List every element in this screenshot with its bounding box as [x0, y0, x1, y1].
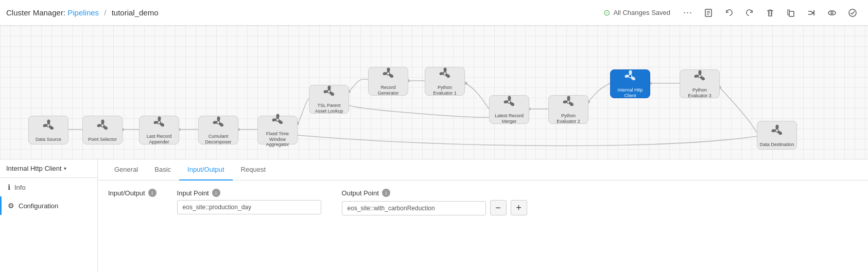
- copy-icon: [786, 8, 795, 17]
- document-icon: [704, 8, 713, 17]
- output-point-label: Output Point i: [342, 189, 527, 197]
- pipeline-node-tsl-parent[interactable]: TSL Parent Asset Lookup: [309, 85, 349, 114]
- pipeline-node-last-record-appender[interactable]: Last Record Appender: [139, 116, 179, 144]
- node-spin-icon: [322, 84, 336, 102]
- node-label: TSL Parent Asset Lookup: [309, 103, 349, 114]
- undo-button[interactable]: [720, 4, 738, 22]
- pipeline-node-python-evaluator-2[interactable]: Python Evaluator 2: [548, 95, 588, 124]
- breadcrumb-separator: /: [104, 8, 106, 17]
- pipeline-node-latest-record-merger[interactable]: Latest Record Merger: [489, 95, 529, 124]
- document-button[interactable]: [699, 4, 718, 22]
- svg-point-7: [828, 11, 836, 15]
- input-output-info-icon[interactable]: i: [148, 189, 157, 197]
- node-spin-icon: [623, 69, 637, 86]
- svg-point-23: [101, 124, 104, 127]
- check-icon: ⊙: [603, 8, 610, 17]
- tab-general[interactable]: General: [106, 159, 146, 180]
- shuffle-button[interactable]: [802, 4, 821, 22]
- node-spin-icon: [438, 66, 452, 84]
- node-spin-icon: [211, 115, 225, 133]
- svg-point-8: [831, 12, 833, 14]
- pipeline-node-fixed-time-window[interactable]: Fixed Time Window Aggregator: [257, 116, 298, 144]
- app-header: Cluster Manager: Pipelines / tutorial_de…: [0, 0, 868, 26]
- svg-point-30: [508, 100, 511, 103]
- shuffle-icon: [807, 8, 816, 17]
- preview-button[interactable]: [823, 4, 841, 22]
- svg-point-27: [327, 90, 331, 93]
- app-name: Cluster Manager:: [6, 8, 65, 17]
- pipeline-node-internal-http-client[interactable]: Internal Http Client: [610, 69, 650, 98]
- redo-icon: [745, 8, 754, 17]
- input-output-field-label: Input/Output i: [108, 189, 157, 197]
- sidebar-item-config-label: Configuration: [19, 202, 58, 210]
- node-label: Data Destination: [758, 142, 796, 148]
- output-point-group: Output Point i − +: [342, 189, 527, 215]
- validate-button[interactable]: [843, 4, 862, 22]
- input-point-field[interactable]: [177, 200, 321, 214]
- svg-point-34: [775, 129, 778, 132]
- tab-basic[interactable]: Basic: [146, 159, 179, 180]
- breadcrumb: Cluster Manager: Pipelines / tutorial_de…: [6, 8, 159, 17]
- node-spin-icon: [502, 95, 516, 112]
- node-selector-header[interactable]: Internal Http Client ▾: [0, 159, 97, 178]
- status-text: All Changes Saved: [613, 9, 670, 16]
- validate-icon: [848, 8, 857, 17]
- node-label: Python Evaluator 3: [680, 87, 719, 99]
- gear-icon: ⚙: [8, 202, 14, 210]
- toolbar: ···: [679, 4, 862, 22]
- sidebar-item-configuration[interactable]: ⚙ Configuration: [0, 196, 97, 215]
- input-output-group: Input/Output i: [108, 189, 157, 197]
- output-section: − +: [342, 200, 527, 215]
- input-point-info-icon[interactable]: i: [212, 189, 220, 197]
- svg-point-32: [629, 75, 632, 78]
- pipeline-node-point-selector[interactable]: Point Selector: [82, 116, 123, 144]
- delete-icon: [766, 8, 775, 17]
- pipeline-node-python-evaluator-3[interactable]: Python Evaluator 3: [680, 69, 720, 98]
- node-spin-icon: [770, 123, 784, 141]
- pipeline-node-python-evaluator-1[interactable]: Python Evaluator 1: [425, 67, 465, 96]
- node-label: Record Generator: [369, 85, 408, 96]
- pipelines-link[interactable]: Pipelines: [67, 8, 99, 17]
- form-fields-row: Input/Output i Input Point i Output Poin…: [108, 189, 858, 215]
- preview-icon: [827, 8, 837, 17]
- node-label: Last Record Appender: [140, 134, 179, 145]
- tab-input-output[interactable]: Input/Output: [179, 159, 233, 180]
- node-label: Internal Http Client: [611, 87, 650, 99]
- svg-point-24: [158, 121, 161, 124]
- tab-content-input-output: Input/Output i Input Point i Output Poin…: [98, 180, 868, 272]
- pipeline-node-cumulant-decomposer[interactable]: Cumulant Decomposer: [198, 116, 238, 144]
- input-point-label-text: Input Point: [177, 189, 209, 197]
- input-point-group: Input Point i: [177, 189, 321, 214]
- output-point-label-text: Output Point: [342, 189, 379, 197]
- copy-button[interactable]: [782, 4, 800, 22]
- tab-request[interactable]: Request: [233, 159, 274, 180]
- svg-point-25: [217, 121, 220, 124]
- add-output-button[interactable]: +: [511, 200, 527, 215]
- svg-point-29: [443, 72, 446, 75]
- node-spin-icon: [95, 118, 110, 136]
- svg-point-26: [276, 118, 279, 121]
- svg-point-33: [698, 75, 701, 78]
- node-spin-icon: [692, 69, 707, 86]
- pipeline-node-record-generator[interactable]: Record Generator: [368, 67, 408, 96]
- svg-point-22: [47, 124, 50, 127]
- remove-output-button[interactable]: −: [490, 200, 507, 215]
- node-label: Data Source: [33, 137, 63, 142]
- pipeline-canvas[interactable]: Data Source Point Selector Last Record A…: [0, 26, 868, 159]
- delete-button[interactable]: [761, 4, 779, 22]
- chevron-down-icon: ▾: [64, 166, 66, 171]
- info-icon: ℹ: [8, 183, 10, 191]
- redo-button[interactable]: [740, 4, 759, 22]
- output-point-field[interactable]: [342, 201, 486, 215]
- input-output-label-text: Input/Output: [108, 189, 145, 197]
- node-label: Cumulant Decomposer: [199, 134, 238, 145]
- output-point-info-icon[interactable]: i: [382, 189, 390, 197]
- svg-point-28: [387, 72, 390, 75]
- svg-point-9: [849, 9, 856, 16]
- tabs-bar: General Basic Input/Output Request: [98, 159, 868, 180]
- more-options-button[interactable]: ···: [679, 4, 697, 22]
- pipeline-node-data-destination[interactable]: Data Destination: [757, 121, 797, 150]
- pipeline-node-data-source[interactable]: Data Source: [28, 116, 68, 144]
- node-spin-icon: [561, 95, 576, 112]
- sidebar-item-info[interactable]: ℹ Info: [0, 178, 97, 196]
